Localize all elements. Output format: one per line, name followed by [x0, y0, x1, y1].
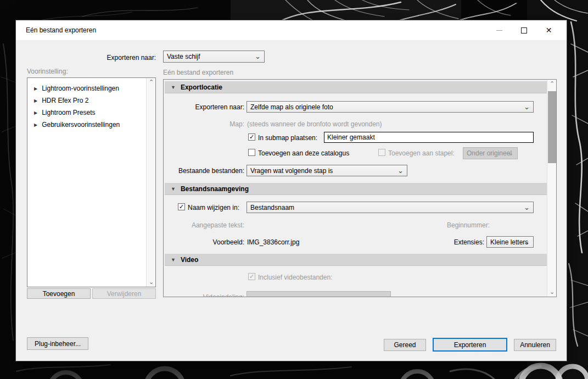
scroll-down-icon[interactable]: ⌄	[547, 288, 557, 297]
settings-panel: ▼ Exportlocatie Exporteren naar: Zelfde …	[163, 79, 557, 297]
export-dialog: Eén bestand exporteren ✕ Exporteren naar…	[15, 20, 567, 361]
rename-checkbox[interactable]: ✓	[178, 203, 185, 210]
expand-right-icon: ▶	[34, 98, 37, 103]
scroll-up-icon[interactable]: ⌃	[147, 78, 156, 87]
collapse-down-icon: ▼	[171, 186, 176, 192]
existing-files-dropdown[interactable]: Vragen wat volgende stap is ⌄	[247, 165, 407, 176]
collapse-down-icon: ▼	[171, 85, 176, 90]
video-format-label: Videoindeling:	[165, 293, 244, 297]
include-video-checkbox: ✓	[248, 273, 255, 280]
expand-right-icon: ▶	[34, 86, 37, 91]
presets-label: Voorinstelling:	[27, 68, 68, 75]
chevron-down-icon: ⌄	[508, 149, 514, 157]
export-to-value: Vaste schijf	[167, 53, 200, 60]
scroll-up-icon[interactable]: ⌃	[547, 80, 557, 88]
add-stack-label: Toevoegen aan stapel:	[388, 149, 455, 157]
section-exportlocatie-title: Exportlocatie	[181, 83, 222, 91]
rename-label: Naam wijzigen in:	[188, 204, 239, 211]
custom-text-label: Aangepaste tekst:	[165, 221, 244, 229]
preset-label: Lightroom-voorinstellingen	[42, 85, 119, 92]
existing-files-label: Bestaande bestanden:	[165, 167, 244, 175]
titlebar[interactable]: Eén bestand exporteren ✕	[16, 20, 567, 40]
section-bestandsnaamgeving-title: Bestandsnaamgeving	[181, 185, 249, 193]
preset-item-lightroom-presets[interactable]: ▶ Lightroom Presets	[27, 107, 155, 119]
extensions-dropdown[interactable]: Kleine letters ⌄	[486, 236, 534, 248]
panel-title: Eén bestand exporteren	[163, 69, 233, 76]
preset-label: Lightroom Presets	[42, 109, 95, 116]
presets-listbox: ▶ Lightroom-voorinstellingen ▶ HDR Efex …	[27, 77, 156, 287]
map-label: Map:	[165, 120, 244, 128]
include-video-label: Inclusief videobestanden:	[258, 274, 332, 281]
chevron-down-icon: ⌄	[397, 166, 404, 175]
subfolder-label: In submap plaatsen:	[258, 134, 317, 142]
rename-value: Bestandsnaam	[250, 204, 294, 211]
existing-files-value: Vragen wat volgende stap is	[250, 167, 333, 175]
subfolder-input[interactable]	[324, 132, 534, 143]
plugin-manager-button[interactable]: Plug-inbeheer...	[27, 337, 88, 350]
extensions-value: Kleine letters	[490, 238, 528, 246]
export-to-label: Exporteren naar:	[65, 54, 156, 62]
add-catalog-label: Toevoegen aan deze catalogus	[258, 149, 349, 157]
section-video[interactable]: ▼ Video	[165, 254, 547, 266]
maximize-icon	[521, 27, 527, 34]
video-format-dropdown: ⌄	[247, 291, 391, 297]
section-exportlocatie[interactable]: ▼ Exportlocatie	[165, 81, 547, 93]
check-icon: ✓	[179, 204, 184, 210]
minimize-icon	[496, 30, 502, 31]
expand-right-icon: ▶	[34, 122, 37, 127]
preset-item-lightroom-voorinstellingen[interactable]: ▶ Lightroom-voorinstellingen	[27, 82, 155, 94]
add-stack-checkbox	[378, 149, 385, 156]
panel-scrollbar[interactable]: ⌃ ⌄	[547, 80, 556, 297]
preset-label: HDR Efex Pro 2	[42, 97, 88, 104]
chevron-down-icon: ⌄	[524, 103, 530, 111]
preset-label: Gebruikersvoorinstellingen	[42, 121, 120, 129]
done-label: Gereed	[394, 341, 416, 349]
panel-scrollbar-thumb[interactable]	[548, 91, 556, 163]
panel-export-to-label: Exporteren naar:	[165, 103, 244, 111]
done-button[interactable]: Gereed	[384, 339, 426, 351]
cancel-button[interactable]: Annuleren	[514, 339, 556, 351]
preset-item-gebruikersvoorinstellingen[interactable]: ▶ Gebruikersvoorinstellingen	[27, 119, 155, 131]
add-stack-dropdown: Onder origineel ⌄	[463, 147, 518, 159]
section-video-title: Video	[181, 256, 198, 264]
chevron-down-icon: ⌄	[524, 238, 530, 246]
add-preset-label: Toevoegen	[43, 290, 75, 298]
map-note: (steeds wanneer de bronfoto wordt gevond…	[247, 120, 382, 128]
export-to-dropdown[interactable]: Vaste schijf ⌄	[163, 51, 265, 63]
add-stack-value: Onder origineel	[467, 149, 512, 157]
minimize-button[interactable]	[487, 20, 512, 40]
presets-scrollbar[interactable]: ⌃ ⌄	[146, 78, 155, 287]
maximize-button[interactable]	[512, 20, 536, 40]
close-icon: ✕	[546, 26, 552, 34]
panel-export-to-value: Zelfde map als originele foto	[250, 103, 333, 111]
collapse-down-icon: ▼	[171, 257, 176, 263]
section-bestandsnaamgeving[interactable]: ▼ Bestandsnaamgeving	[165, 183, 547, 195]
start-number-label: Beginnummer:	[447, 221, 490, 229]
add-catalog-checkbox[interactable]	[248, 149, 255, 156]
export-button[interactable]: Exporteren	[433, 338, 507, 352]
chevron-down-icon: ⌄	[524, 203, 530, 211]
subfolder-checkbox[interactable]: ✓	[248, 133, 255, 141]
panel-export-to-dropdown[interactable]: Zelfde map als originele foto ⌄	[247, 101, 534, 113]
remove-preset-label: Verwijderen	[107, 290, 142, 298]
check-icon: ✓	[249, 274, 254, 280]
export-label: Exporteren	[454, 341, 486, 349]
add-preset-button[interactable]: Toevoegen	[27, 288, 91, 299]
example-value: IMG_3836corr.jpg	[247, 238, 299, 246]
chevron-down-icon: ⌄	[381, 293, 387, 297]
check-icon: ✓	[249, 134, 254, 140]
plugin-manager-label: Plug-inbeheer...	[35, 340, 81, 348]
preset-item-hdr-efex-pro-2[interactable]: ▶ HDR Efex Pro 2	[27, 94, 155, 107]
expand-right-icon: ▶	[34, 110, 37, 115]
cancel-label: Annuleren	[520, 341, 550, 349]
remove-preset-button: Verwijderen	[92, 288, 156, 299]
extensions-label: Extensies:	[438, 238, 484, 246]
chevron-down-icon: ⌄	[255, 52, 261, 60]
close-button[interactable]: ✕	[536, 20, 561, 40]
scroll-down-icon[interactable]: ⌄	[147, 278, 156, 287]
window-title: Eén bestand exporteren	[26, 26, 96, 34]
rename-dropdown[interactable]: Bestandsnaam ⌄	[247, 202, 534, 213]
example-label: Voorbeeld:	[165, 238, 244, 246]
